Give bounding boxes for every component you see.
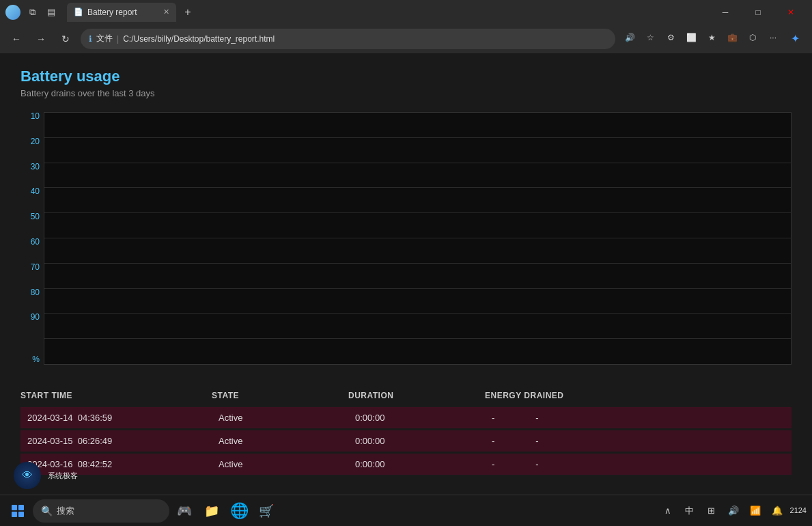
toolbar-right: 🔊 ☆ ⚙ ⬜ ★ 💼 ⬡ ··· ✦ bbox=[621, 29, 805, 49]
language-button[interactable]: 中 bbox=[681, 502, 699, 520]
taskbar-search[interactable]: 🔍 搜索 bbox=[33, 499, 169, 523]
minimize-button[interactable]: ─ bbox=[710, 0, 741, 24]
battery-table: START TIME STATE DURATION ENERGY DRAINED… bbox=[20, 385, 792, 475]
table-row: 2024-03-16 08:42:52 Active 0:00:00 - - bbox=[20, 454, 792, 475]
page-content: Battery usage Battery drains over the la… bbox=[0, 54, 812, 495]
taskbar-right: ∧ 中 ⊞ 🔊 📶 🔔 2124 bbox=[659, 502, 807, 520]
th-start-time: START TIME bbox=[20, 391, 212, 400]
address-divider: | bbox=[117, 34, 119, 44]
grid-line-10 bbox=[44, 338, 791, 339]
start-icon bbox=[12, 505, 24, 517]
taskbar-app-files[interactable]: 📁 bbox=[199, 499, 224, 523]
table-row: 2024-03-14 04:36:59 Active 0:00:00 - - bbox=[20, 407, 792, 428]
y-tick-50: 50 bbox=[20, 212, 40, 221]
cell-energy-3: - - bbox=[485, 454, 792, 475]
notification-button[interactable]: 🔔 bbox=[768, 502, 786, 520]
chart-plot-area bbox=[44, 112, 792, 365]
volume-button[interactable]: 🔊 bbox=[725, 502, 742, 520]
sys-tray-logo: 👁 bbox=[14, 462, 41, 489]
cell-energy-1: - - bbox=[485, 407, 792, 428]
cell-energy-dash2-3: - bbox=[535, 459, 538, 469]
grid-line-50 bbox=[44, 238, 791, 238]
forward-button[interactable]: → bbox=[31, 29, 51, 49]
grid-line-60 bbox=[44, 212, 791, 213]
address-bar: ← → ↻ ℹ 文件 | C:/Users/billy/Desktop/batt… bbox=[0, 24, 812, 54]
grid-line-100 bbox=[44, 112, 791, 113]
copilot-button[interactable]: ⬡ bbox=[744, 29, 761, 46]
taskbar-app-game[interactable]: 🎮 bbox=[172, 499, 197, 523]
taskbar: 🔍 搜索 🎮 📁 🌐 🛒 ∧ 中 ⊞ 🔊 📶 🔔 2124 bbox=[0, 495, 812, 526]
battery-chart: % 90 80 70 60 50 40 30 20 10 bbox=[20, 112, 792, 365]
url-input[interactable]: ℹ 文件 | C:/Users/billy/Desktop/battery_re… bbox=[81, 29, 615, 49]
maximize-button[interactable]: □ bbox=[742, 0, 774, 24]
cell-state-1: Active bbox=[212, 407, 348, 428]
cell-energy-dash2-1: - bbox=[535, 413, 538, 423]
tab-close-button[interactable]: ✕ bbox=[163, 8, 169, 16]
address-url: C:/Users/billy/Desktop/battery_report.ht… bbox=[123, 34, 275, 44]
security-icon: ℹ bbox=[89, 34, 92, 44]
search-icon: 🔍 bbox=[41, 506, 53, 516]
browser-titlebar: ⧉ ▤ 📄 Battery report ✕ + ─ □ ✕ bbox=[0, 0, 812, 24]
address-file-label: 文件 bbox=[96, 33, 113, 44]
tab-groups-button[interactable]: ⧉ bbox=[25, 5, 40, 20]
y-tick-80: 80 bbox=[20, 288, 40, 296]
read-aloud-button[interactable]: 🔊 bbox=[621, 29, 639, 46]
cell-energy-dash1-3: - bbox=[492, 459, 494, 469]
cell-start-1: 2024-03-14 04:36:59 bbox=[20, 407, 212, 428]
grid-line-80 bbox=[44, 163, 791, 163]
cell-duration-3: 0:00:00 bbox=[348, 454, 485, 475]
multi-desktop-button[interactable]: ⊞ bbox=[703, 502, 720, 520]
th-duration: DURATION bbox=[348, 391, 485, 400]
y-tick-20: 20 bbox=[20, 137, 40, 146]
network-button[interactable]: 📶 bbox=[746, 502, 764, 520]
cell-start-2: 2024-03-15 06:26:49 bbox=[20, 430, 212, 452]
sys-tray-text: 系统极客 bbox=[48, 471, 78, 481]
cell-duration-1: 0:00:00 bbox=[348, 407, 485, 428]
cell-state-3: Active bbox=[212, 454, 348, 475]
split-screen-button[interactable]: ⬜ bbox=[682, 29, 700, 46]
cell-energy-dash1-2: - bbox=[492, 436, 494, 446]
sys-tray-logo-area: 👁 系统极客 bbox=[14, 456, 78, 495]
wallet-button[interactable]: 💼 bbox=[723, 29, 741, 46]
browser-add-button[interactable]: ⚙ bbox=[662, 29, 680, 46]
cell-energy-2: - - bbox=[485, 430, 792, 452]
cell-energy-dash1-1: - bbox=[492, 413, 494, 423]
grid-line-70 bbox=[44, 187, 791, 188]
refresh-button[interactable]: ↻ bbox=[56, 29, 75, 49]
cell-energy-dash2-2: - bbox=[535, 436, 538, 446]
grid-line-40 bbox=[44, 263, 791, 264]
taskbar-clock[interactable]: 2124 bbox=[790, 506, 807, 516]
page-subtitle: Battery drains over the last 3 days bbox=[20, 88, 792, 98]
th-energy: ENERGY DRAINED bbox=[485, 391, 792, 400]
vertical-tabs-button[interactable]: ▤ bbox=[44, 5, 59, 20]
y-tick-60: 60 bbox=[20, 238, 40, 246]
taskbar-app-edge[interactable]: 🌐 bbox=[227, 499, 251, 523]
collections-button[interactable]: ★ bbox=[703, 29, 720, 46]
edge-copilot-icon[interactable]: ✦ bbox=[785, 29, 805, 49]
back-button[interactable]: ← bbox=[7, 29, 26, 49]
close-button[interactable]: ✕ bbox=[775, 0, 807, 24]
favorites-button[interactable]: ☆ bbox=[641, 29, 659, 46]
window-controls: ─ □ ✕ bbox=[710, 0, 807, 24]
more-button[interactable]: ··· bbox=[764, 29, 782, 46]
y-tick-90: 90 bbox=[20, 313, 40, 321]
y-tick-70: 70 bbox=[20, 263, 40, 271]
grid-line-30 bbox=[44, 288, 791, 289]
grid-line-20 bbox=[44, 313, 791, 314]
th-state: STATE bbox=[212, 391, 348, 400]
grid-line-90 bbox=[44, 137, 791, 138]
user-avatar[interactable] bbox=[5, 5, 20, 20]
tab-strip: 📄 Battery report ✕ + bbox=[67, 3, 701, 22]
cell-duration-2: 0:00:00 bbox=[348, 430, 485, 452]
y-percent-label: % bbox=[20, 355, 40, 363]
y-axis: % 90 80 70 60 50 40 30 20 10 bbox=[20, 112, 40, 365]
tab-favicon: 📄 bbox=[74, 8, 83, 16]
taskbar-app-store[interactable]: 🛒 bbox=[254, 499, 279, 523]
start-button[interactable] bbox=[5, 499, 30, 523]
cell-state-2: Active bbox=[212, 430, 348, 452]
new-tab-button[interactable]: + bbox=[179, 3, 197, 21]
y-tick-30: 30 bbox=[20, 163, 40, 171]
system-tray-button[interactable]: ∧ bbox=[659, 502, 677, 520]
y-tick-40: 40 bbox=[20, 187, 40, 195]
active-tab[interactable]: 📄 Battery report ✕ bbox=[67, 3, 176, 22]
